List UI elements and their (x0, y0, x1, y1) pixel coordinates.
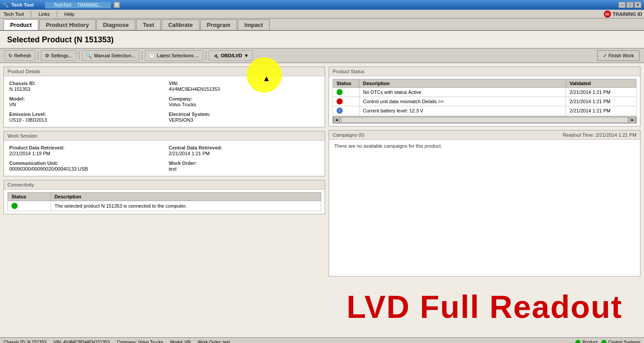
status-row-0-desc: No DTCs with status Active (359, 88, 566, 97)
toolbar-sep-4 (206, 51, 206, 60)
tab-diagnose[interactable]: Diagnose (96, 19, 136, 30)
chassis-id-value: N 151353 (9, 86, 160, 92)
status-product-label: Product (582, 340, 597, 343)
menu-help[interactable]: Help (63, 11, 76, 18)
settings-icon: ⚙ (45, 53, 49, 59)
menu-links[interactable]: Links (37, 11, 52, 18)
product-data-retrieved-label: Product Data Retrieved: (9, 145, 160, 150)
status-row-2-status: i (333, 106, 359, 116)
status-scrollbar[interactable]: ◄ ► (333, 116, 637, 123)
connectivity-col-status: Status (8, 193, 51, 201)
minimize-button[interactable]: ─ (618, 2, 625, 8)
content-area: Product Details Chassis ID: N 151353 VIN… (0, 63, 644, 337)
readout-time-label: Readout Time: (563, 132, 594, 138)
status-company: Company: Volvo Trucks (117, 340, 163, 343)
status-central-systems-icon (601, 340, 607, 343)
central-data-retrieved-label: Central Data Retrieved: (169, 145, 319, 150)
status-bar: Chassis ID: N 151353 VIN: 4V4MC9EH4EN151… (0, 337, 644, 343)
campaigns-header: Campaigns (0) Readout Time: 2/21/2014 1:… (329, 130, 640, 140)
chassis-id-label: Chassis ID: (9, 81, 160, 86)
obd-dropdown-icon: ▼ (244, 53, 249, 58)
status-col-validated: Validated (566, 79, 637, 88)
status-row-2-validated: 2/21/2014 1:21 PM (566, 106, 637, 116)
right-panel: Product Status Status Description Valida… (329, 67, 640, 334)
green-status-icon-0 (337, 89, 343, 95)
settings-button[interactable]: ⚙ Settings... (41, 50, 77, 61)
emission-level-value: US10 - OBD2013 (9, 117, 160, 123)
latest-selections-button[interactable]: 🕐 Latest Selections ... (145, 50, 203, 61)
status-model: Model: VN (170, 340, 191, 343)
window-controls[interactable]: ─ □ ✕ (618, 2, 641, 8)
tab-close[interactable]: ✕ (114, 2, 120, 8)
manual-selection-button[interactable]: 🔍 Manual Selection... (82, 50, 139, 61)
scroll-left-arrow[interactable]: ◄ (333, 116, 340, 123)
training-badge: ID TRAINING ID (604, 11, 642, 18)
main-content: Selected Product (N 151353) ↻ Refresh ⚙ … (0, 31, 644, 337)
scroll-thumb[interactable] (341, 117, 628, 123)
product-details-body: Chassis ID: N 151353 VIN: 4V4MC9EH4EN151… (4, 76, 325, 127)
menu-separator-2 (57, 11, 57, 17)
tab-product-history[interactable]: Product History (39, 19, 96, 30)
status-vin: VIN: 4V4MC9EH4EN151353 (53, 340, 110, 343)
page-title: Selected Product (N 151353) (0, 31, 644, 48)
product-status-body: Status Description Validated (329, 76, 640, 126)
communication-unit-label: Communication Unit: (9, 160, 160, 166)
menu-tech-tool[interactable]: Tech Tool (2, 11, 26, 18)
manual-selection-icon: 🔍 (86, 53, 92, 59)
status-row-1-desc: Control unit data mismatch Details >> (359, 97, 566, 106)
connectivity-col-description: Description (51, 193, 321, 201)
nav-tabs: Product Product History Diagnose Test Ca… (0, 19, 644, 31)
info-status-icon-2: i (337, 108, 343, 114)
readout-time-value: 2/21/2014 1:21 PM (596, 132, 637, 138)
refresh-icon: ↻ (8, 53, 12, 59)
work-session-panel: Work Session Product Data Retrieved: 2/2… (4, 131, 325, 176)
product-details-grid: Chassis ID: N 151353 VIN: 4V4MC9EH4EN151… (9, 81, 319, 123)
electrical-system-label: Electrical System: (169, 112, 319, 117)
status-row-1-status (333, 97, 359, 106)
status-col-status: Status (333, 79, 359, 88)
close-button[interactable]: ✕ (634, 2, 641, 8)
maximize-button[interactable]: □ (626, 2, 633, 8)
status-central-systems-item: Central Systems (601, 340, 640, 343)
latest-selections-icon: 🕐 (149, 53, 155, 59)
status-row-0-status (333, 88, 359, 97)
work-order-item: Work Order: test (169, 160, 319, 172)
obd-lvd-button[interactable]: 🔌 OBD/LVD ▼ (209, 50, 253, 61)
tab-impact[interactable]: Impact (238, 19, 270, 30)
finish-work-button[interactable]: ✓ Finish Work (597, 50, 640, 61)
central-data-retrieved-value: 2/21/2014 1:21 PM (169, 151, 319, 156)
emission-level-label: Emission Level: (9, 112, 160, 117)
tab-product[interactable]: Product (4, 19, 38, 30)
connectivity-panel: Connectivity Status Description (4, 180, 325, 214)
status-chassis-id: Chassis ID: N 151353 (4, 340, 46, 343)
work-session-grid: Product Data Retrieved: 2/21/2014 1:19 P… (9, 145, 319, 172)
product-status-header: Product Status (329, 67, 640, 76)
refresh-button[interactable]: ↻ Refresh (4, 50, 35, 61)
status-row-1-validated: 2/21/2014 1:21 PM (566, 97, 637, 106)
scroll-right-arrow[interactable]: ► (629, 116, 636, 123)
status-bar-right: Product Central Systems (575, 340, 640, 343)
toolbar-sep-1 (38, 51, 38, 60)
obd-lvd-label: OBD/LVD (221, 53, 242, 58)
finish-work-label: Finish Work (608, 53, 634, 58)
tab-calibrate[interactable]: Calibrate (162, 19, 200, 30)
product-details-header: Product Details (4, 67, 325, 76)
status-product-icon (575, 340, 581, 343)
vin-item: VIN: 4V4MC9EH4EN151353 (169, 81, 319, 92)
connectivity-status-cell (8, 201, 51, 211)
title-bar: 🔧 Tech Tool TechTool TRAINING... ✕ ─ □ ✕ (0, 0, 644, 10)
chassis-id-item: Chassis ID: N 151353 (9, 81, 160, 92)
product-details-panel: Product Details Chassis ID: N 151353 VIN… (4, 67, 325, 127)
communication-unit-value: 00090300/00090020/00040133 USB (9, 166, 160, 172)
tab-program[interactable]: Program (200, 19, 237, 30)
toolbar-sep-3 (142, 51, 142, 60)
status-icon-cell-2: i (337, 108, 355, 114)
table-row: The selected product N 151353 is connect… (8, 201, 321, 211)
training-label: TRAINING ID (613, 11, 642, 17)
campaigns-header-row: Campaigns (0) Readout Time: 2/21/2014 1:… (333, 132, 637, 138)
settings-label: Settings... (51, 53, 73, 58)
campaigns-count: (0) (359, 132, 364, 138)
tab-test[interactable]: Test (136, 19, 161, 30)
obd-icon: 🔌 (213, 53, 219, 59)
campaigns-panel: Campaigns (0) Readout Time: 2/21/2014 1:… (329, 130, 640, 276)
